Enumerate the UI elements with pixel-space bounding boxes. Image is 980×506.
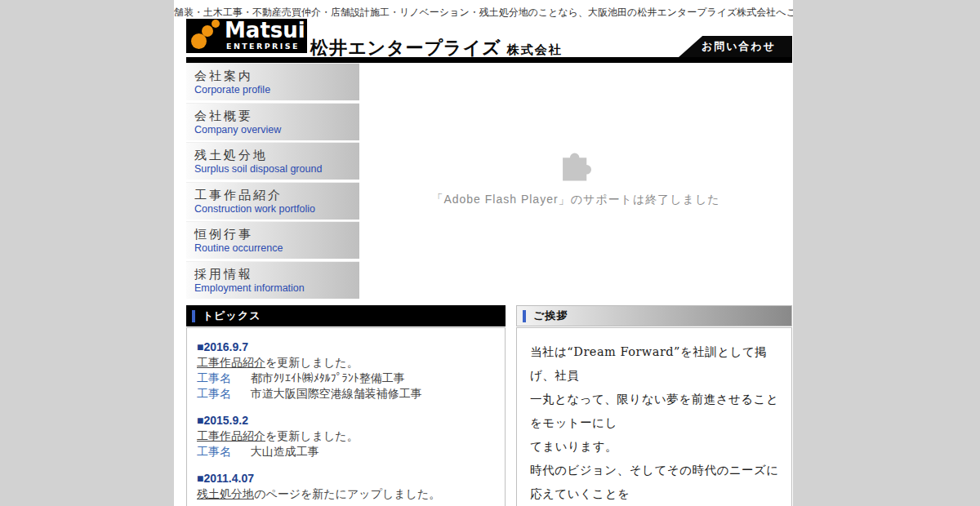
sidebar-item-en-label: Routine occurrence <box>194 242 359 255</box>
sidebar-item-jp-label: 恒例行事 <box>194 226 359 242</box>
work-label: 工事名 <box>197 445 231 458</box>
sidebar-item-4[interactable]: 恒例行事Routine occurrence <box>186 221 359 259</box>
sidebar-item-jp-label: 工事作品紹介 <box>194 187 359 202</box>
page-container: 舗装・土木工事・不動産売買仲介・店舗設計施工・リノベーション・残土処分地のことな… <box>174 0 793 506</box>
sidebar-item-jp-label: 会社案内 <box>194 68 359 83</box>
topic-work-row: 工事名市道大阪国際空港線舗装補修工事 <box>197 386 495 402</box>
sidebar-item-jp-label: 会社概要 <box>194 108 359 123</box>
flash-placeholder-area: 「Adobe Flash Player」のサポートは終了しました <box>359 63 792 302</box>
topics-title: トピックス <box>203 308 261 323</box>
topic-work-row: 工事名都市ｸﾘｴｲﾄ㈱ﾒﾀﾙﾌﾟﾗﾝﾄ整備工事 <box>197 371 495 386</box>
topic-entry-2: ■2011.4.07残土処分地のページを新たにアップしました。 <box>197 471 495 502</box>
work-name: 市道大阪国際空港線舗装補修工事 <box>251 387 422 400</box>
greeting-box: 当社は“Dream Forward”を社訓として掲げ、社員 一丸となって、限りな… <box>516 327 792 506</box>
sidebar-item-0[interactable]: 会社案内Corporate profile <box>186 63 359 100</box>
topic-update-suffix: を更新しました。 <box>265 356 359 369</box>
puzzle-piece-icon <box>557 147 595 184</box>
sidebar-item-jp-label: 残土処分地 <box>194 147 359 162</box>
topic-update-line: 工事作品紹介を更新しました。 <box>197 428 495 444</box>
topic-entry-0: ■2016.9.7工事作品紹介を更新しました。工事名都市ｸﾘｴｲﾄ㈱ﾒﾀﾙﾌﾟﾗ… <box>197 340 495 402</box>
topic-update-suffix: を更新しました。 <box>265 429 359 442</box>
greeting-text: 当社は“Dream Forward”を社訓として掲げ、社員 一丸となって、限りな… <box>530 340 780 506</box>
company-suffix: 株式会社 <box>507 42 563 56</box>
greeting-title: ご挨拶 <box>533 308 568 323</box>
work-label: 工事名 <box>197 387 231 400</box>
topic-date: ■2015.9.2 <box>197 413 495 428</box>
topics-header: トピックス <box>186 305 506 326</box>
logo-text: Matsui <box>225 19 305 42</box>
sidebar-item-2[interactable]: 残土処分地Surplus soil disposal ground <box>186 142 359 180</box>
sidebar-nav: 会社案内Corporate profile会社概要Company overvie… <box>186 63 359 300</box>
topics-list: ■2016.9.7工事作品紹介を更新しました。工事名都市ｸﾘｴｲﾄ㈱ﾒﾀﾙﾌﾟﾗ… <box>186 327 506 506</box>
sidebar-item-en-label: Company overview <box>194 123 359 136</box>
sidebar-item-en-label: Employment information <box>194 282 359 295</box>
sidebar-item-jp-label: 採用情報 <box>194 266 359 282</box>
topic-date: ■2011.4.07 <box>197 471 495 486</box>
greeting-header: ご挨拶 <box>516 305 792 326</box>
work-label: 工事名 <box>197 371 231 384</box>
work-name: 大山造成工事 <box>251 445 319 458</box>
sidebar-item-3[interactable]: 工事作品紹介Construction work portfolio <box>186 182 359 220</box>
contact-button[interactable]: お問い合わせ <box>679 36 792 57</box>
topic-update-suffix: のページを新たにアップしました。 <box>254 487 440 500</box>
flash-ended-message: 「Adobe Flash Player」のサポートは終了しました <box>431 193 719 207</box>
site-logo[interactable]: Matsui ENTERPRISE <box>186 19 307 53</box>
company-name: 松井エンタープライズ <box>310 38 501 58</box>
topic-date: ■2016.9.7 <box>197 340 495 355</box>
greeting-accent-bar <box>523 310 526 322</box>
topics-section: トピックス ■2016.9.7工事作品紹介を更新しました。工事名都市ｸﾘｴｲﾄ㈱… <box>186 305 506 506</box>
sidebar-item-en-label: Corporate profile <box>194 83 359 96</box>
logo-subtext: ENTERPRISE <box>226 42 300 51</box>
logo-dot-medium <box>202 25 213 37</box>
topic-update-line: 残土処分地のページを新たにアップしました。 <box>197 486 495 502</box>
topics-accent-bar <box>192 310 195 322</box>
topic-page-link[interactable]: 工事作品紹介 <box>197 429 265 442</box>
sidebar-item-1[interactable]: 会社概要Company overview <box>186 103 359 140</box>
logo-dot-small <box>212 20 220 28</box>
topic-page-link[interactable]: 残土処分地 <box>197 487 254 500</box>
topic-entry-1: ■2015.9.2工事作品紹介を更新しました。工事名大山造成工事 <box>197 413 495 459</box>
topic-page-link[interactable]: 工事作品紹介 <box>197 356 265 369</box>
sidebar-item-5[interactable]: 採用情報Employment information <box>186 261 359 299</box>
topic-update-line: 工事作品紹介を更新しました。 <box>197 355 495 371</box>
topic-work-row: 工事名大山造成工事 <box>197 444 495 459</box>
sidebar-item-en-label: Surplus soil disposal ground <box>194 162 359 175</box>
work-name: 都市ｸﾘｴｲﾄ㈱ﾒﾀﾙﾌﾟﾗﾝﾄ整備工事 <box>251 371 405 384</box>
sidebar-item-en-label: Construction work portfolio <box>194 202 359 215</box>
header-divider-bar <box>186 57 792 63</box>
greeting-section: ご挨拶 当社は“Dream Forward”を社訓として掲げ、社員 一丸となって… <box>516 305 792 506</box>
